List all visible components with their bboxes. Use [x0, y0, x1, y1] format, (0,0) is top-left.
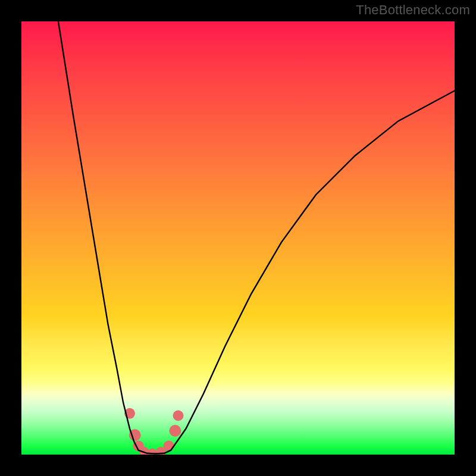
- bottleneck-curve: [58, 21, 455, 454]
- curve-marker: [164, 440, 174, 451]
- curve-svg: [21, 21, 455, 455]
- watermark-text: TheBottleneck.com: [356, 2, 470, 18]
- outer-frame: TheBottleneck.com: [0, 0, 476, 476]
- curve-marker: [173, 411, 184, 421]
- markers-group: [124, 408, 184, 455]
- curve-marker: [169, 425, 181, 437]
- plot-area: [21, 21, 455, 455]
